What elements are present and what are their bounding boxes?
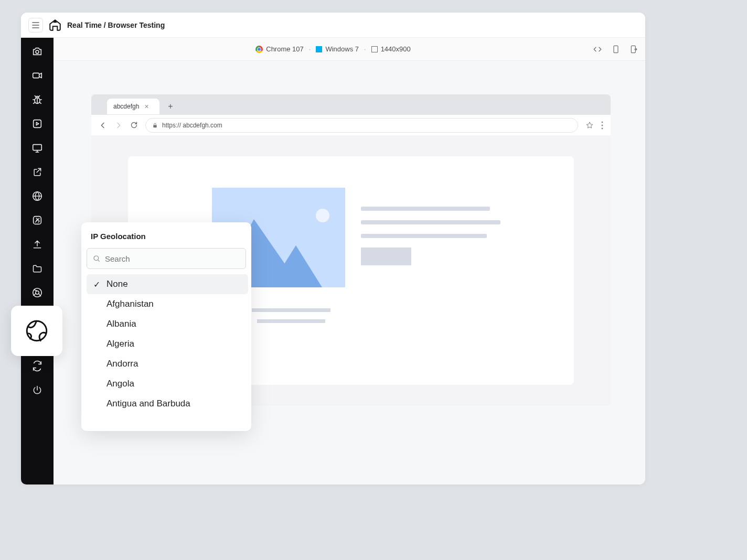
ip-geolocation-popover: IP Geolocation ✓None✓Afghanistan✓Albania… [81,222,251,431]
geolocation-option[interactable]: ✓Antigua and Barbuda [87,394,248,414]
separator-dot: · [364,45,366,53]
infobar-actions [593,38,638,60]
external-link-icon[interactable] [31,166,44,178]
reload-icon[interactable] [130,121,138,129]
monitor-icon[interactable] [31,142,44,154]
geolocation-option-label: Angola [106,379,134,389]
page-title: Real Time / Browser Testing [67,21,165,29]
geolocation-option[interactable]: ✓Albania [87,314,248,334]
close-tab-icon[interactable]: × [144,102,148,111]
devtools-icon[interactable] [593,45,602,54]
svg-point-1 [616,51,616,52]
resolution-icon [371,46,378,52]
screenshot-icon[interactable] [31,45,44,58]
location-pin-icon[interactable] [31,214,44,227]
folder-icon[interactable] [31,262,44,275]
geolocation-option-label: Antigua and Barbuda [106,399,190,409]
exit-session-icon[interactable] [629,45,638,54]
tab-strip: abcdefgh × + [91,94,611,114]
popover-title: IP Geolocation [81,222,251,248]
play-square-icon[interactable] [31,117,44,130]
back-icon[interactable] [99,121,107,130]
geolocation-options-list[interactable]: ✓None✓Afghanistan✓Albania✓Algeria✓Andorr… [87,274,248,426]
search-icon [92,254,101,263]
svg-point-6 [602,127,603,129]
svg-point-7 [36,50,39,53]
record-video-icon[interactable] [31,69,44,82]
geolocation-search-input[interactable] [105,254,240,263]
bug-icon[interactable] [31,93,44,106]
svg-rect-8 [33,73,39,78]
bookmark-star-icon[interactable] [585,121,594,130]
tab-label: abcdefgh [113,103,139,110]
lock-icon [152,122,158,128]
geolocation-option[interactable]: ✓Afghanistan [87,294,248,314]
svg-point-5 [602,124,603,126]
env-os: Windows 7 [316,45,359,53]
svg-rect-3 [153,125,156,127]
titlebar: Real Time / Browser Testing [21,13,645,38]
geolocation-option-label: Algeria [106,339,134,349]
svg-rect-11 [33,145,42,150]
power-icon[interactable] [31,384,44,396]
svg-point-4 [602,121,603,123]
placeholder-caption [252,308,330,323]
geolocation-option[interactable]: ✓Andorra [87,354,248,374]
sync-icon[interactable] [31,360,44,372]
geolocation-option-label: None [106,279,128,289]
geolocation-search[interactable] [87,248,246,269]
copy-device-icon[interactable] [612,45,620,54]
app-logo-icon [48,18,62,32]
svg-rect-10 [34,120,41,128]
browser-tab[interactable]: abcdefgh × [107,99,159,114]
browser-menu-icon[interactable] [601,121,603,130]
address-bar: https:// abcdefgh.com [91,114,611,135]
forward-icon [114,121,123,130]
menu-button[interactable] [28,18,43,33]
chrome-icon [255,46,263,53]
check-icon: ✓ [92,279,101,289]
url-field[interactable]: https:// abcdefgh.com [145,118,578,133]
env-browser: Chrome 107 [255,45,304,53]
chrome-outline-icon[interactable] [31,286,44,299]
geolocation-tool-active[interactable] [11,306,62,356]
geolocation-option-label: Albania [106,319,136,329]
env-resolution: 1440x900 [371,45,411,53]
geolocation-option-label: Afghanistan [106,299,154,309]
url-text: https:// abcdefgh.com [162,122,222,129]
svg-point-16 [27,321,47,341]
placeholder-text-block [361,207,500,265]
tool-sidebar [21,38,54,484]
geolocation-option[interactable]: ✓Algeria [87,334,248,354]
geolocation-option[interactable]: ✓None [87,274,248,294]
separator-dot: · [309,45,311,53]
new-tab-button[interactable]: + [165,101,176,112]
geolocation-option-label: Andorra [106,359,138,369]
env-os-label: Windows 7 [325,45,359,53]
globe-small-icon[interactable] [31,190,44,202]
windows-icon [316,46,322,52]
environment-bar: Chrome 107 · Windows 7 · 1440x900 [21,38,645,61]
env-browser-label: Chrome 107 [266,45,304,53]
geolocation-option[interactable]: ✓Angola [87,374,248,394]
svg-point-17 [94,256,99,261]
env-resolution-label: 1440x900 [381,45,411,53]
upload-icon[interactable] [31,238,44,251]
